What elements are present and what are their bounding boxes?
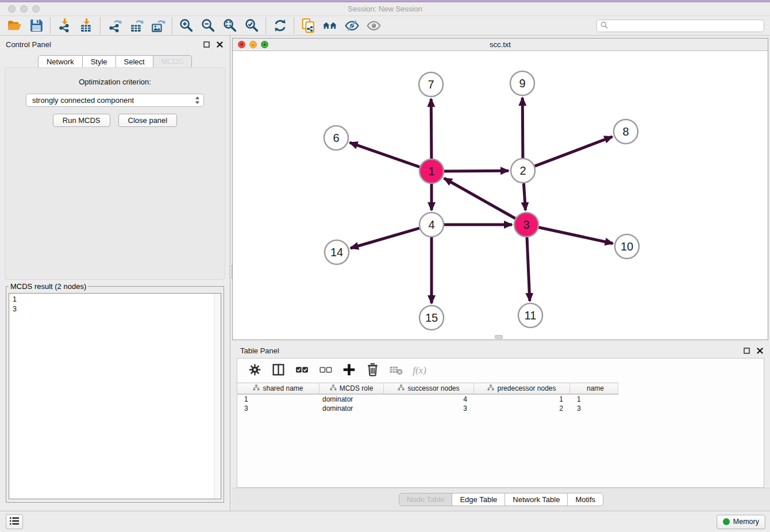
- new-network-from-selection-icon: [301, 18, 316, 33]
- first-neighbors-button[interactable]: [319, 17, 341, 34]
- refresh-icon: [272, 18, 288, 33]
- mcds-result-title: MCDS result (2 nodes): [9, 282, 88, 291]
- graph-node-1[interactable]: 1: [419, 159, 444, 183]
- import-table-button[interactable]: [75, 17, 97, 34]
- table-row[interactable]: 1dominator411: [237, 395, 618, 404]
- open-session-icon: [7, 18, 22, 33]
- memory-button[interactable]: Memory: [717, 515, 765, 529]
- table-tabs-band: Node TableEdge TableNetwork TableMotifs: [232, 488, 770, 511]
- column-header-name[interactable]: name: [570, 383, 618, 394]
- float-panel-button[interactable]: [202, 40, 211, 49]
- minimize-button[interactable]: [20, 5, 28, 13]
- zoom-selected-button[interactable]: [241, 17, 263, 34]
- export-network-button[interactable]: [103, 17, 125, 34]
- graph-edge-2-8[interactable]: [535, 137, 613, 166]
- graph-node-14[interactable]: 14: [325, 240, 349, 264]
- float-table-panel-button[interactable]: [742, 346, 751, 355]
- graph-edge-3-11[interactable]: [527, 237, 530, 301]
- graph-node-8[interactable]: 8: [614, 119, 638, 144]
- tab-node-table[interactable]: Node Table: [399, 493, 453, 506]
- delete-button[interactable]: [364, 363, 380, 379]
- graph-node-4[interactable]: 4: [419, 213, 444, 237]
- search-input[interactable]: [610, 22, 760, 30]
- table-toolbar: f(x): [237, 358, 764, 383]
- tab-mcds[interactable]: MCDS: [153, 55, 192, 68]
- network-close-button[interactable]: ×: [238, 41, 245, 48]
- graph-node-3[interactable]: 3: [514, 213, 538, 237]
- svg-text:11: 11: [525, 309, 537, 322]
- status-bar: Memory: [0, 511, 770, 532]
- task-history-button[interactable]: [6, 514, 23, 529]
- split-panel-button[interactable]: [270, 363, 286, 379]
- export-image-button[interactable]: [147, 17, 169, 34]
- graph-node-15[interactable]: 15: [419, 306, 444, 330]
- table-cell: dominator: [319, 395, 384, 404]
- graph-edge-1-7[interactable]: [431, 99, 432, 159]
- graph-edge-2-9[interactable]: [522, 98, 523, 158]
- new-network-from-selection-button[interactable]: [297, 17, 319, 34]
- graph-edge-1-6[interactable]: [350, 142, 420, 167]
- zoom-out-button[interactable]: [197, 17, 219, 34]
- column-header-shared-name[interactable]: shared name: [237, 383, 319, 394]
- network-zoom-button[interactable]: +: [261, 41, 268, 48]
- settings-button[interactable]: [247, 363, 263, 379]
- close-panel-icon-button[interactable]: [215, 40, 224, 49]
- graph-node-11[interactable]: 11: [518, 303, 542, 327]
- import-network-button[interactable]: [53, 17, 75, 34]
- control-panel: Control Panel NetworkStyleSelectMCDS Opt…: [0, 36, 230, 511]
- result-scrollbar[interactable]: [214, 294, 221, 499]
- canvas-scroll-grip[interactable]: [495, 335, 503, 339]
- open-session-button[interactable]: [3, 17, 25, 34]
- network-canvas[interactable]: 7968124314101511: [233, 51, 768, 340]
- tab-network[interactable]: Network: [38, 55, 83, 68]
- close-button[interactable]: [8, 5, 16, 13]
- graph-node-7[interactable]: 7: [419, 72, 443, 97]
- refresh-button[interactable]: [269, 17, 291, 34]
- tab-edge-table[interactable]: Edge Table: [452, 493, 505, 506]
- graph-edge-3-1[interactable]: [444, 178, 515, 218]
- network-window-titlebar: × - + scc.txt: [233, 38, 768, 51]
- column-header-predecessor-nodes[interactable]: predecessor nodes: [474, 383, 570, 394]
- column-header-successor-nodes[interactable]: successor nodes: [384, 383, 474, 394]
- function-button: f(x): [411, 363, 428, 379]
- table-row[interactable]: 3dominator323: [237, 404, 618, 413]
- zoom-selected-icon: [244, 18, 260, 33]
- tab-style[interactable]: Style: [82, 55, 116, 68]
- split-panel-icon: [271, 362, 286, 379]
- hierarchy-icon: [253, 384, 260, 392]
- run-mcds-button[interactable]: Run MCDS: [53, 114, 110, 127]
- network-minimize-button[interactable]: -: [249, 41, 257, 48]
- zoom-button[interactable]: [32, 5, 40, 13]
- select-all-button[interactable]: [294, 363, 310, 379]
- table-cell: 4: [384, 395, 474, 404]
- close-panel-button[interactable]: Close panel: [118, 114, 178, 127]
- graph-edge-4-14[interactable]: [351, 228, 419, 248]
- table-cell: 3: [570, 404, 618, 413]
- hide-selected-button[interactable]: [341, 17, 363, 34]
- tab-network-table[interactable]: Network Table: [505, 493, 568, 506]
- close-table-panel-button[interactable]: [755, 346, 764, 355]
- graph-node-2[interactable]: 2: [511, 159, 535, 183]
- mcds-result-text[interactable]: 13: [9, 293, 221, 499]
- search-box[interactable]: [596, 20, 764, 32]
- export-table-button[interactable]: [125, 17, 147, 34]
- column-header-MCDS-role[interactable]: MCDS role: [319, 383, 384, 394]
- graph-edge-1-2[interactable]: [444, 171, 509, 171]
- tab-select[interactable]: Select: [116, 55, 153, 68]
- first-neighbors-icon: [322, 18, 338, 33]
- show-all-button[interactable]: [363, 17, 384, 34]
- toolbar-separator: [265, 18, 266, 34]
- save-session-button[interactable]: [25, 17, 47, 34]
- graph-edge-3-10[interactable]: [539, 228, 613, 244]
- deselect-all-button[interactable]: [317, 363, 333, 379]
- svg-text:3: 3: [523, 218, 529, 231]
- tab-motifs[interactable]: Motifs: [567, 493, 603, 506]
- add-button[interactable]: [341, 363, 357, 379]
- graph-edge-2-3[interactable]: [523, 183, 525, 210]
- graph-node-6[interactable]: 6: [324, 126, 348, 150]
- zoom-in-button[interactable]: [175, 17, 197, 34]
- zoom-fit-button[interactable]: [219, 17, 241, 34]
- graph-node-9[interactable]: 9: [510, 71, 534, 95]
- graph-node-10[interactable]: 10: [615, 234, 639, 259]
- optimization-criterion-select[interactable]: strongly connected component: [26, 94, 204, 107]
